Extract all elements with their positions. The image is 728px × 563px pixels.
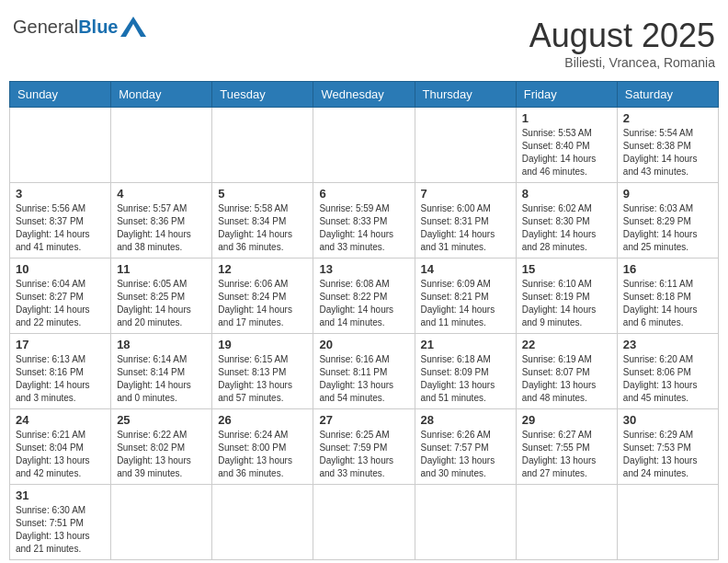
day-number: 2 [623,111,712,125]
day-info: Sunrise: 6:11 AM Sunset: 8:18 PM Dayligh… [623,278,712,329]
day-number: 11 [117,262,206,276]
day-number: 13 [319,262,408,276]
weekday-header-wednesday: Wednesday [313,82,415,108]
calendar-cell: 30Sunrise: 6:29 AM Sunset: 7:53 PM Dayli… [617,409,718,485]
subtitle: Biliesti, Vrancea, Romania [529,55,715,70]
day-number: 19 [218,338,307,351]
logo-icon [120,17,146,37]
day-number: 18 [117,338,206,351]
calendar-cell: 3Sunrise: 5:56 AM Sunset: 8:37 PM Daylig… [10,183,111,259]
day-info: Sunrise: 6:03 AM Sunset: 8:29 PM Dayligh… [623,202,712,254]
day-info: Sunrise: 6:06 AM Sunset: 8:24 PM Dayligh… [218,278,307,329]
calendar-week-row: 3Sunrise: 5:56 AM Sunset: 8:37 PM Daylig… [10,183,719,259]
calendar-week-row: 31Sunrise: 6:30 AM Sunset: 7:51 PM Dayli… [10,485,719,560]
calendar-cell [415,485,516,560]
day-number: 23 [623,338,712,351]
calendar-cell [617,485,718,560]
day-info: Sunrise: 5:59 AM Sunset: 8:33 PM Dayligh… [319,202,408,254]
day-info: Sunrise: 6:00 AM Sunset: 8:31 PM Dayligh… [421,202,510,254]
day-info: Sunrise: 6:25 AM Sunset: 7:59 PM Dayligh… [319,429,408,480]
day-info: Sunrise: 6:10 AM Sunset: 8:19 PM Dayligh… [522,278,611,329]
calendar-cell: 19Sunrise: 6:15 AM Sunset: 8:13 PM Dayli… [212,334,313,409]
calendar-table: SundayMondayTuesdayWednesdayThursdayFrid… [9,81,719,560]
day-number: 29 [522,413,611,427]
day-number: 14 [421,262,510,276]
calendar-cell: 18Sunrise: 6:14 AM Sunset: 8:14 PM Dayli… [111,334,212,409]
calendar-cell [313,108,415,183]
calendar-cell: 14Sunrise: 6:09 AM Sunset: 8:21 PM Dayli… [415,259,516,334]
weekday-header-saturday: Saturday [617,82,718,108]
day-info: Sunrise: 6:14 AM Sunset: 8:14 PM Dayligh… [117,353,206,405]
day-info: Sunrise: 6:20 AM Sunset: 8:06 PM Dayligh… [623,353,712,405]
calendar-cell: 27Sunrise: 6:25 AM Sunset: 7:59 PM Dayli… [313,409,415,485]
weekday-header-monday: Monday [111,82,212,108]
calendar-cell [516,485,617,560]
calendar-cell: 16Sunrise: 6:11 AM Sunset: 8:18 PM Dayli… [617,259,718,334]
calendar-cell: 12Sunrise: 6:06 AM Sunset: 8:24 PM Dayli… [212,259,313,334]
calendar-cell [313,485,415,560]
month-title: August 2025 [529,17,715,55]
day-number: 7 [421,187,510,201]
day-number: 22 [522,338,611,351]
day-number: 10 [16,262,105,276]
calendar-cell: 11Sunrise: 6:05 AM Sunset: 8:25 PM Dayli… [111,259,212,334]
day-info: Sunrise: 6:18 AM Sunset: 8:09 PM Dayligh… [421,353,510,405]
day-info: Sunrise: 6:30 AM Sunset: 7:51 PM Dayligh… [16,504,105,556]
calendar-week-row: 1Sunrise: 5:53 AM Sunset: 8:40 PM Daylig… [10,108,719,183]
day-number: 1 [522,111,611,125]
day-number: 28 [421,413,510,427]
calendar-cell: 23Sunrise: 6:20 AM Sunset: 8:06 PM Dayli… [617,334,718,409]
day-info: Sunrise: 6:24 AM Sunset: 8:00 PM Dayligh… [218,429,307,480]
day-info: Sunrise: 6:09 AM Sunset: 8:21 PM Dayligh… [421,278,510,329]
day-number: 31 [16,488,105,502]
calendar-header-row: SundayMondayTuesdayWednesdayThursdayFrid… [10,82,719,108]
calendar-cell: 20Sunrise: 6:16 AM Sunset: 8:11 PM Dayli… [313,334,415,409]
day-number: 17 [16,338,105,351]
day-number: 30 [623,413,712,427]
logo: General Blue [13,17,146,38]
day-number: 21 [421,338,510,351]
calendar-cell [212,108,313,183]
calendar-cell: 26Sunrise: 6:24 AM Sunset: 8:00 PM Dayli… [212,409,313,485]
calendar-cell: 10Sunrise: 6:04 AM Sunset: 8:27 PM Dayli… [10,259,111,334]
calendar-cell: 24Sunrise: 6:21 AM Sunset: 8:04 PM Dayli… [10,409,111,485]
calendar-cell: 1Sunrise: 5:53 AM Sunset: 8:40 PM Daylig… [516,108,617,183]
day-info: Sunrise: 6:08 AM Sunset: 8:22 PM Dayligh… [319,278,408,329]
day-number: 24 [16,413,105,427]
calendar-cell: 9Sunrise: 6:03 AM Sunset: 8:29 PM Daylig… [617,183,718,259]
weekday-header-tuesday: Tuesday [212,82,313,108]
day-info: Sunrise: 6:02 AM Sunset: 8:30 PM Dayligh… [522,202,611,254]
day-number: 9 [623,187,712,201]
calendar-cell: 25Sunrise: 6:22 AM Sunset: 8:02 PM Dayli… [111,409,212,485]
calendar-week-row: 24Sunrise: 6:21 AM Sunset: 8:04 PM Dayli… [10,409,719,485]
weekday-header-thursday: Thursday [415,82,516,108]
day-info: Sunrise: 6:26 AM Sunset: 7:57 PM Dayligh… [421,429,510,480]
day-info: Sunrise: 6:22 AM Sunset: 8:02 PM Dayligh… [117,429,206,480]
calendar-cell [415,108,516,183]
day-number: 25 [117,413,206,427]
calendar-cell: 28Sunrise: 6:26 AM Sunset: 7:57 PM Dayli… [415,409,516,485]
header: General Blue August 2025 Biliesti, Vranc… [9,9,719,74]
day-number: 20 [319,338,408,351]
day-info: Sunrise: 5:57 AM Sunset: 8:36 PM Dayligh… [117,202,206,254]
day-info: Sunrise: 6:27 AM Sunset: 7:55 PM Dayligh… [522,429,611,480]
calendar-cell: 8Sunrise: 6:02 AM Sunset: 8:30 PM Daylig… [516,183,617,259]
calendar-cell: 22Sunrise: 6:19 AM Sunset: 8:07 PM Dayli… [516,334,617,409]
day-number: 12 [218,262,307,276]
day-number: 3 [16,187,105,201]
day-info: Sunrise: 6:13 AM Sunset: 8:16 PM Dayligh… [16,353,105,405]
day-number: 6 [319,187,408,201]
calendar-cell: 15Sunrise: 6:10 AM Sunset: 8:19 PM Dayli… [516,259,617,334]
day-number: 26 [218,413,307,427]
day-info: Sunrise: 6:19 AM Sunset: 8:07 PM Dayligh… [522,353,611,405]
calendar-cell: 21Sunrise: 6:18 AM Sunset: 8:09 PM Dayli… [415,334,516,409]
calendar-week-row: 17Sunrise: 6:13 AM Sunset: 8:16 PM Dayli… [10,334,719,409]
day-info: Sunrise: 6:16 AM Sunset: 8:11 PM Dayligh… [319,353,408,405]
calendar-cell: 13Sunrise: 6:08 AM Sunset: 8:22 PM Dayli… [313,259,415,334]
calendar-cell [111,108,212,183]
title-area: August 2025 Biliesti, Vrancea, Romania [529,17,715,70]
calendar-week-row: 10Sunrise: 6:04 AM Sunset: 8:27 PM Dayli… [10,259,719,334]
calendar-cell: 31Sunrise: 6:30 AM Sunset: 7:51 PM Dayli… [10,485,111,560]
day-number: 4 [117,187,206,201]
day-number: 8 [522,187,611,201]
